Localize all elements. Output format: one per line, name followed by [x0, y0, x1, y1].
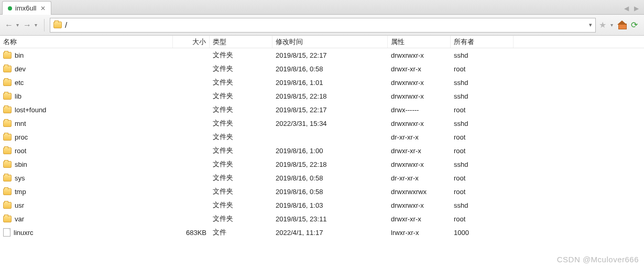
folder-icon — [3, 134, 12, 141]
file-name: lost+found — [15, 106, 46, 114]
header-mtime[interactable]: 修改时间 — [272, 36, 388, 48]
nav-back-menu-icon[interactable]: ▾ — [15, 21, 20, 29]
file-name: mnt — [15, 120, 26, 127]
cell-mtime: 2019/8/15, 22:18 — [272, 92, 388, 100]
cell-type: 文件夹 — [210, 173, 272, 183]
list-item[interactable]: root文件夹2019/8/16, 1:00drwxr-xr-xroot — [0, 144, 644, 157]
file-name: sys — [15, 174, 25, 182]
file-name: proc — [15, 133, 28, 141]
list-item[interactable]: mnt文件夹2022/3/31, 15:34drwxrwxr-xsshd — [0, 116, 644, 130]
cell-owner: sshd — [451, 51, 514, 59]
cell-owner: root — [451, 147, 514, 155]
cell-name: linuxrc — [0, 228, 173, 237]
cell-mtime: 2019/8/15, 22:17 — [272, 51, 388, 59]
cell-mtime: 2019/8/15, 23:11 — [272, 215, 388, 223]
cell-attr: drwx------ — [388, 106, 451, 114]
cell-attr: drwxrwxr-x — [388, 92, 451, 100]
list-item[interactable]: proc文件夹dr-xr-xr-xroot — [0, 130, 644, 144]
list-item[interactable]: etc文件夹2019/8/16, 1:01drwxrwxr-xsshd — [0, 76, 644, 89]
home-icon[interactable] — [617, 21, 627, 29]
folder-icon — [53, 22, 62, 28]
tab-scroll-right-icon[interactable]: ▶ — [634, 5, 639, 12]
tab-imx6ull[interactable]: imx6ull ✕ — [2, 1, 51, 15]
cell-name: lib — [0, 92, 173, 100]
nav-bar: ← ▾ → ▾ / ▾ ★ ▾ ⟳ — [0, 15, 644, 36]
list-item[interactable]: dev文件夹2019/8/16, 0:58drwxr-xr-xroot — [0, 62, 644, 76]
cell-owner: root — [451, 133, 514, 141]
folder-icon — [3, 79, 12, 86]
cell-size: 683KB — [173, 229, 210, 237]
cell-type: 文件 — [210, 228, 272, 237]
path-text: / — [65, 20, 586, 29]
list-item[interactable]: lost+found文件夹2019/8/15, 22:17drwx------r… — [0, 103, 644, 116]
cell-type: 文件夹 — [210, 200, 272, 210]
tab-scroll-left-icon[interactable]: ◀ — [624, 5, 629, 12]
folder-icon — [3, 175, 12, 181]
nav-forward-icon[interactable]: → — [21, 19, 33, 31]
cell-owner: root — [451, 215, 514, 223]
folder-icon — [3, 52, 12, 59]
cell-name: mnt — [0, 120, 173, 127]
tab-bar: imx6ull ✕ ◀ ▶ — [0, 0, 644, 15]
cell-type: 文件夹 — [210, 78, 272, 87]
header-owner[interactable]: 所有者 — [451, 36, 514, 48]
header-size[interactable]: 大小 — [173, 36, 210, 48]
folder-icon — [3, 66, 12, 72]
header-type[interactable]: 类型 — [210, 36, 272, 48]
cell-type: 文件夹 — [210, 91, 272, 101]
cell-attr: drwxrwxr-x — [388, 51, 451, 59]
list-item[interactable]: lib文件夹2019/8/15, 22:18drwxrwxr-xsshd — [0, 89, 644, 103]
cell-type: 文件夹 — [210, 146, 272, 155]
file-icon — [3, 228, 10, 237]
cell-mtime: 2019/8/16, 0:58 — [272, 65, 388, 73]
list-item[interactable]: usr文件夹2019/8/16, 1:03drwxrwxr-xsshd — [0, 198, 644, 212]
close-icon[interactable]: ✕ — [39, 5, 47, 12]
path-input[interactable]: / ▾ — [50, 18, 596, 33]
cell-type: 文件夹 — [210, 50, 272, 60]
folder-icon — [3, 188, 12, 195]
toolbar-menu-icon[interactable]: ▾ — [610, 22, 613, 28]
cell-attr: dr-xr-xr-x — [388, 174, 451, 182]
list-item[interactable]: var文件夹2019/8/15, 23:11drwxr-xr-xroot — [0, 212, 644, 226]
cell-owner: sshd — [451, 92, 514, 100]
cell-owner: 1000 — [451, 229, 514, 237]
list-item[interactable]: sys文件夹2019/8/16, 0:58dr-xr-xr-xroot — [0, 171, 644, 185]
list-item[interactable]: tmp文件夹2019/8/16, 0:58drwxrwxrwxroot — [0, 185, 644, 198]
file-list: bin文件夹2019/8/15, 22:17drwxrwxr-xsshddev文… — [0, 48, 644, 239]
separator — [44, 19, 45, 31]
cell-name: dev — [0, 65, 173, 73]
file-name: sbin — [15, 161, 27, 168]
folder-icon — [3, 120, 12, 127]
toolbar-right: ★ ▾ ⟳ — [599, 20, 641, 30]
cell-name: root — [0, 147, 173, 155]
chevron-down-icon[interactable]: ▾ — [589, 22, 592, 28]
cell-owner: root — [451, 174, 514, 182]
file-name: tmp — [15, 188, 26, 196]
cell-mtime: 2019/8/16, 1:00 — [272, 147, 388, 155]
cell-attr: drwxr-xr-x — [388, 65, 451, 73]
star-icon[interactable]: ★ — [599, 20, 606, 30]
list-item[interactable]: linuxrc683KB文件2022/4/1, 11:17lrwxr-xr-x1… — [0, 226, 644, 239]
list-item[interactable]: sbin文件夹2019/8/15, 22:18drwxrwxr-xsshd — [0, 157, 644, 171]
file-name: usr — [15, 201, 24, 209]
cell-mtime: 2019/8/16, 1:03 — [272, 201, 388, 209]
nav-forward-menu-icon[interactable]: ▾ — [33, 21, 39, 29]
cell-owner: sshd — [451, 161, 514, 168]
folder-icon — [3, 202, 12, 209]
cell-type: 文件夹 — [210, 159, 272, 169]
cell-name: var — [0, 215, 173, 223]
cell-mtime: 2022/3/31, 15:34 — [272, 120, 388, 127]
file-name: etc — [15, 79, 24, 87]
list-item[interactable]: bin文件夹2019/8/15, 22:17drwxrwxr-xsshd — [0, 48, 644, 62]
nav-back-icon[interactable]: ← — [3, 19, 15, 31]
folder-icon — [3, 106, 12, 113]
cell-type: 文件夹 — [210, 64, 272, 73]
cell-mtime: 2019/8/15, 22:18 — [272, 161, 388, 168]
refresh-icon[interactable]: ⟳ — [631, 20, 638, 30]
header-attr[interactable]: 属性 — [388, 36, 451, 48]
cell-attr: drwxrwxr-x — [388, 161, 451, 168]
cell-attr: drwxr-xr-x — [388, 215, 451, 223]
nav-history: ← ▾ → ▾ — [3, 19, 39, 31]
header-name[interactable]: 名称 — [0, 36, 173, 48]
cell-owner: root — [451, 188, 514, 196]
